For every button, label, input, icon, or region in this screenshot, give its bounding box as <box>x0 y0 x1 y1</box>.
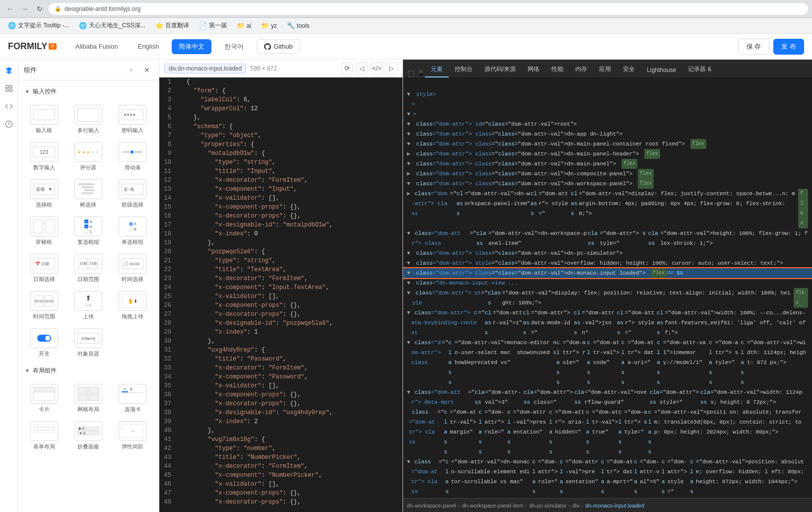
component-elastic[interactable]: ↔ 弹性间距 <box>111 417 155 454</box>
dom-line[interactable]: ▼ class="dom-attr"> style="class="dom-at… <box>403 258 812 268</box>
component-tree-select[interactable]: 树选择 <box>66 175 110 213</box>
devtools-tab-security[interactable]: 安全 <box>617 62 641 77</box>
vert-nav-outline[interactable] <box>2 81 16 95</box>
devtools-inspect-icon[interactable]: ⬚ <box>407 69 415 77</box>
dom-line[interactable]: ▼ class="dom-attr"> class="class="dom-at… <box>403 268 812 278</box>
devtools-responsive-icon[interactable]: 📱 <box>417 69 425 77</box>
component-accordion[interactable]: ▶ A ▼ B 折叠面板 <box>66 417 110 454</box>
devtools-tab-application[interactable]: 应用 <box>593 62 617 77</box>
refresh-button[interactable]: ↻ <box>34 3 46 15</box>
component-textarea-label: 多行输入 <box>77 127 99 134</box>
code-area[interactable]: 1 {2 "form": {3 "labelCol": 6,4 "wrapper… <box>159 77 403 512</box>
dom-line[interactable]: ▼ class="dn-monaco-input-view ... <box>403 278 812 288</box>
devtools-tab-elements[interactable]: 元素 <box>425 62 449 77</box>
breadcrumb-workspace-panel[interactable]: dn-workspace-panel <box>407 503 456 509</box>
bookmark-yz[interactable]: 📁 yz <box>257 20 281 31</box>
forward-button[interactable]: → <box>19 3 31 15</box>
nav-english[interactable]: English <box>131 40 166 53</box>
devtools-tab-performance[interactable]: 性能 <box>545 62 569 77</box>
dom-line[interactable]: ▼ class="dom-attr"> data-mprt="class="do… <box>403 387 812 407</box>
refresh-preview-button[interactable]: ⟳ <box>341 63 353 74</box>
component-rating[interactable]: ★ ★ ★ ★ ★ 评分器 <box>66 138 110 175</box>
dom-line[interactable]: ▼ class="dom-attr"> class="class="dom-at… <box>403 457 812 498</box>
bookmark-baidu[interactable]: ⭐ 百度翻译 <box>151 20 193 31</box>
nav-korean[interactable]: 한국어 <box>217 39 251 54</box>
component-input[interactable]: 输入框 <box>22 101 66 138</box>
dom-line[interactable]: ▼ class="dom-attr"> class="class="dom-at… <box>403 179 812 189</box>
breadcrumb-workspace-panel-item[interactable]: dn-workspace-panel-item <box>462 503 524 509</box>
component-form-layout[interactable]: 表单布局 <box>22 417 66 454</box>
size-label: 599 × 872 <box>250 65 277 72</box>
preview-play-button[interactable]: ▷ <box>386 63 398 74</box>
component-number[interactable]: 123 数字输入 <box>22 138 66 175</box>
vert-nav-components[interactable] <box>2 64 16 77</box>
devtools-tab-sources[interactable]: 源代码/来源 <box>478 62 522 77</box>
component-cascader[interactable]: 选 › 项 联级选择 <box>111 175 155 213</box>
component-textarea[interactable]: 多行输入 <box>66 101 110 138</box>
dom-line[interactable]: ▼ class="dom-attr"> class="class="dom-at… <box>403 228 812 248</box>
bookmark-tooltip[interactable]: 🌐 文字提示 Tooltip -... <box>4 20 73 31</box>
center-toolbar: div.dn-monaco-input.loaded 599 × 872 ⟳ ◁… <box>159 60 403 77</box>
vert-nav-history[interactable] <box>2 117 16 131</box>
vert-nav-source[interactable] <box>2 99 16 113</box>
devtools-tab-console[interactable]: 控制台 <box>449 62 478 77</box>
bookmark-tools[interactable]: 🔧 tools <box>283 20 313 31</box>
component-date-picker[interactable]: 📅 日期 日期选择 <box>22 250 66 287</box>
dom-line[interactable]: ▶ class="dom-attr"> class="class="dom-at… <box>403 189 812 228</box>
dom-line[interactable]: ▼ class="dom-attr"> data-keybinding-cont… <box>403 308 812 338</box>
breadcrumb-pc-simulator[interactable]: dn-pc-simulator <box>529 503 567 509</box>
collapse-sidebar-button[interactable] <box>125 64 137 76</box>
dom-line[interactable]: ▼ class="dom-attr"> class="class="dom-at… <box>403 139 812 149</box>
publish-button[interactable]: 发 布 <box>773 39 804 55</box>
preview-code-button[interactable]: </> <box>371 63 383 74</box>
dom-line[interactable]: ▼ class="dom-attr"> style="class="dom-at… <box>403 288 812 308</box>
component-drag-upload[interactable]: ✋⬆ 拖拽上传 <box>111 287 155 324</box>
component-transfer[interactable]: ›‹ 穿梭框 <box>22 213 66 250</box>
github-button[interactable]: Github <box>257 39 300 54</box>
component-grid[interactable]: 网格布局 <box>66 380 110 417</box>
dom-line[interactable]: ▼ class="dom-attr"> class="class="dom-at… <box>403 129 812 139</box>
dom-line[interactable]: class="dom-attr"> class="class="dom-attr… <box>403 407 812 457</box>
component-select[interactable]: 选项 ▼ 选择框 <box>22 175 66 213</box>
component-password[interactable]: 密码输入 <box>111 101 155 138</box>
back-button[interactable]: ← <box>4 3 16 15</box>
dom-line[interactable]: ▼ class="dom-attr"> id="class="dom-attr-… <box>403 119 812 129</box>
component-upload[interactable]: ⬆ 上传 上传 <box>66 287 110 324</box>
dom-line[interactable]: > <box>403 99 812 109</box>
component-time-picker[interactable]: 🕐 00:00 时间选择 <box>111 250 155 287</box>
preview-left-button[interactable]: ◁ <box>356 63 368 74</box>
component-checkbox-group[interactable]: ✓A ✓B C 复选框组 <box>66 213 110 250</box>
component-date-range[interactable]: 日期 日期 日期范围 <box>66 250 110 287</box>
layout-section-header[interactable]: ▼ 布局组件 <box>18 364 159 378</box>
breadcrumb-div[interactable]: div <box>572 503 579 509</box>
dom-line[interactable]: ▶ class="dom-attr"> class="class="dom-at… <box>403 169 812 179</box>
component-object[interactable]: {Object} 对象容器 <box>66 324 110 362</box>
nav-alibaba-fusion[interactable]: Alibaba Fusion <box>68 40 125 53</box>
dom-line[interactable]: ▶ class="dom-attr"> class="class="dom-at… <box>403 149 812 159</box>
devtools-tab-memory[interactable]: 内存 <box>569 62 593 77</box>
close-sidebar-button[interactable]: ✕ <box>141 64 153 76</box>
dom-tree[interactable]: ▼ style> > ▼> ▼ class="dom-attr"> id="cl… <box>403 77 812 498</box>
component-switch[interactable]: 开关 <box>22 324 66 362</box>
bookmark-ai[interactable]: 📁 ai <box>233 20 255 31</box>
devtools-tab-network[interactable]: 网络 <box>522 62 545 77</box>
component-radio-group[interactable]: A B 单选框组 <box>111 213 155 250</box>
component-slider[interactable]: 滑动条 <box>111 138 155 175</box>
dom-line[interactable]: ▼ class="dom-attr"> class="class="dom-at… <box>403 338 812 387</box>
devtools-tab-lighthouse[interactable]: Lighthouse <box>641 64 682 77</box>
dom-line[interactable]: ▼ class="dom-attr"> class="class="dom-at… <box>403 248 812 258</box>
component-tabs[interactable]: A B 选项卡 <box>111 380 155 417</box>
breadcrumb-monaco-input[interactable]: dn-monaco-input.loaded <box>585 503 644 509</box>
dom-line[interactable]: ▼> <box>403 109 812 119</box>
component-time-range[interactable]: 00:00 00:00 时间范围 <box>22 287 66 324</box>
bookmark-css[interactable]: 🌐 天心天地生_CSS深... <box>75 20 149 31</box>
bookmark-first[interactable]: 📄 第一届 <box>195 20 231 31</box>
dom-line[interactable]: ▼ class="dom-attr"> class="class="dom-at… <box>403 159 812 169</box>
input-section-header[interactable]: ▼ 输入控件 <box>18 84 159 99</box>
component-card[interactable]: 卡片 <box>22 380 66 417</box>
save-button[interactable]: 保 存 <box>738 39 770 55</box>
dom-line[interactable]: ▼ style> <box>403 89 812 99</box>
devtools-tab-recorder[interactable]: 记录器 & <box>682 62 717 77</box>
dom-line[interactable] <box>403 79 812 89</box>
nav-simplified-chinese[interactable]: 简体中文 <box>172 39 211 54</box>
